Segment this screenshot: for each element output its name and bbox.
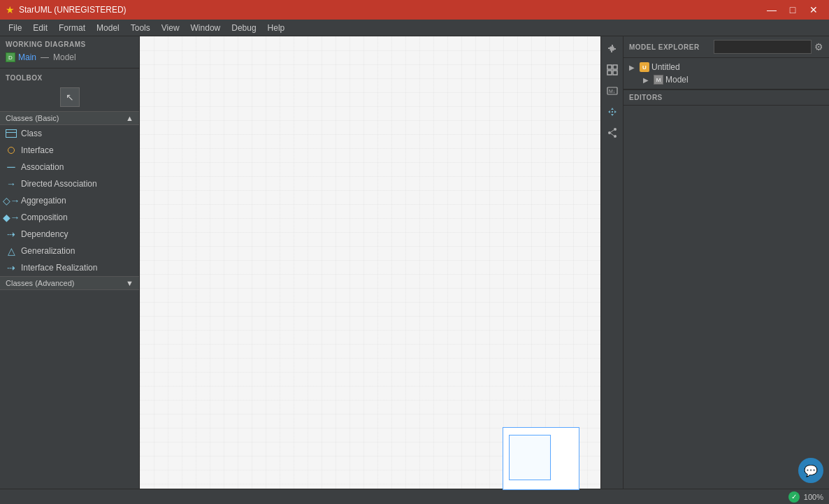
toolbox-item-class-label: Class <box>21 129 42 138</box>
toolbox-item-interface[interactable]: Interface <box>0 142 139 159</box>
toolbox-item-aggregation-label: Aggregation <box>21 196 66 206</box>
title-bar: ★ StarUML (UNREGISTERED) — □ ✕ <box>0 0 829 20</box>
right-toolbar: M↓ <box>600 36 623 504</box>
close-button[interactable]: ✕ <box>804 2 823 17</box>
canvas-container[interactable] <box>140 36 600 504</box>
menu-debug[interactable]: Debug <box>226 22 261 34</box>
svg-point-9 <box>614 135 617 138</box>
toolbar-puzzle-icon[interactable] <box>603 39 622 59</box>
menu-model[interactable]: Model <box>91 22 125 34</box>
app-title: StarUML (UNREGISTERED) <box>19 5 127 15</box>
dependency-icon: ⇢ <box>6 229 17 240</box>
toolbox-item-aggregation[interactable]: ◇→ Aggregation <box>0 192 139 209</box>
mini-map[interactable] <box>503 427 579 490</box>
tree-arrow-untitled[interactable]: ▶ <box>629 64 637 71</box>
toolbox-title: TOOLBOX <box>0 69 139 85</box>
model-search-input[interactable] <box>714 40 812 54</box>
status-bar: ✓ 100% <box>0 489 829 504</box>
diagram-icon: D <box>6 52 15 62</box>
toolbox-item-association-label: Association <box>21 162 64 172</box>
help-chat-button[interactable]: 💬 <box>798 458 823 483</box>
main-layout: WORKING DIAGRAMS D Main — Model TOOLBOX … <box>0 36 829 504</box>
menu-view[interactable]: View <box>156 22 185 34</box>
toolbox-item-dependency-label: Dependency <box>21 229 68 239</box>
menu-window[interactable]: Window <box>185 22 226 34</box>
interface-realization-icon: ⇢ <box>6 262 17 273</box>
toolbar-move-icon[interactable] <box>603 102 622 122</box>
menu-edit[interactable]: Edit <box>27 22 53 34</box>
interface-icon <box>6 145 17 156</box>
zoom-level: 100% <box>804 493 823 501</box>
model-folder-icon: M <box>654 75 663 85</box>
aggregation-icon: ◇→ <box>6 195 17 206</box>
model-explorer-title: MODEL EXPLORER <box>629 43 700 51</box>
tree-item-model[interactable]: ▶ M Model <box>623 73 829 86</box>
toolbox-section-classes-advanced[interactable]: Classes (Advanced) ▼ <box>0 276 139 290</box>
tree-label-untitled: Untitled <box>651 62 680 72</box>
menu-help[interactable]: Help <box>262 22 291 34</box>
left-panel: WORKING DIAGRAMS D Main — Model TOOLBOX … <box>0 36 140 504</box>
toolbar-markdown-icon[interactable]: M↓ <box>603 81 622 101</box>
mini-map-viewport <box>509 435 551 480</box>
toolbox-item-generalization[interactable]: △ Generalization <box>0 243 139 259</box>
svg-line-10 <box>611 130 614 132</box>
editors-panel: EDITORS <box>623 89 829 504</box>
status-check: ✓ <box>791 493 797 501</box>
toolbox-item-association[interactable]: ─ Association <box>0 159 139 175</box>
toolbox-item-composition[interactable]: ◆→ Composition <box>0 209 139 226</box>
maximize-button[interactable]: □ <box>783 2 802 17</box>
svg-rect-0 <box>607 65 612 69</box>
diagram-item-main[interactable]: D Main — Model <box>6 51 134 64</box>
tree-label-model: Model <box>665 75 689 85</box>
status-ok-icon: ✓ <box>788 491 800 503</box>
cursor-tool-button[interactable]: ↖ <box>60 87 80 107</box>
toolbox-item-dependency[interactable]: ⇢ Dependency <box>0 226 139 243</box>
generalization-icon: △ <box>6 245 17 257</box>
untitled-icon: U <box>640 62 649 72</box>
menu-file[interactable]: File <box>3 22 27 34</box>
toolbox-section-classes-basic[interactable]: Classes (Basic) ▲ <box>0 111 139 125</box>
model-explorer-controls: ⚙ <box>714 40 823 54</box>
diagram-canvas[interactable] <box>140 36 600 504</box>
editors-title: EDITORS <box>629 94 663 101</box>
toolbar-share-icon[interactable] <box>603 123 622 143</box>
svg-rect-1 <box>613 65 617 69</box>
tree-arrow-model[interactable]: ▶ <box>643 76 651 84</box>
toolbox-item-interface-label: Interface <box>21 145 54 155</box>
diagram-model: Model <box>53 52 76 62</box>
toolbox-cursor-area: ↖ <box>0 85 139 111</box>
svg-point-8 <box>614 128 617 131</box>
model-explorer-panel: MODEL EXPLORER ⚙ ▶ U Untitled ▶ M Model <box>623 36 829 89</box>
center-area <box>140 36 600 504</box>
working-diagrams-panel: WORKING DIAGRAMS D Main — Model <box>0 36 139 69</box>
toolbox-item-interface-realization[interactable]: ⇢ Interface Realization <box>0 259 139 276</box>
editors-header: EDITORS <box>623 90 829 106</box>
toolbox-item-composition-label: Composition <box>21 213 68 222</box>
svg-point-7 <box>608 131 611 134</box>
title-left: ★ StarUML (UNREGISTERED) <box>6 4 127 15</box>
svg-rect-6 <box>612 111 613 113</box>
model-explorer-header: MODEL EXPLORER ⚙ <box>623 36 829 58</box>
minimize-button[interactable]: — <box>762 2 781 17</box>
window-controls: — □ ✕ <box>762 2 823 17</box>
model-tree: ▶ U Untitled ▶ M Model <box>623 58 829 89</box>
svg-line-11 <box>611 134 614 136</box>
composition-icon: ◆→ <box>6 212 17 223</box>
toolbox-item-class[interactable]: Class <box>0 125 139 142</box>
svg-rect-2 <box>607 71 612 75</box>
menu-format[interactable]: Format <box>53 22 91 34</box>
star-icon: ★ <box>6 4 15 15</box>
class-icon <box>6 128 17 139</box>
settings-gear-icon[interactable]: ⚙ <box>814 41 823 52</box>
toolbox-item-directed-association-label: Directed Association <box>21 179 97 189</box>
toolbox-item-directed-association[interactable]: → Directed Association <box>0 175 139 192</box>
classes-advanced-collapse-icon: ▼ <box>126 279 134 287</box>
toolbox-panel: TOOLBOX ↖ Classes (Basic) ▲ Class Interf… <box>0 69 139 504</box>
menu-tools[interactable]: Tools <box>125 22 156 34</box>
classes-basic-label: Classes (Basic) <box>6 114 59 122</box>
tree-item-untitled[interactable]: ▶ U Untitled <box>623 61 829 73</box>
directed-association-icon: → <box>6 178 17 189</box>
right-panel: MODEL EXPLORER ⚙ ▶ U Untitled ▶ M Model <box>623 36 829 504</box>
toolbar-grid-icon[interactable] <box>603 60 622 80</box>
association-icon: ─ <box>6 161 17 173</box>
